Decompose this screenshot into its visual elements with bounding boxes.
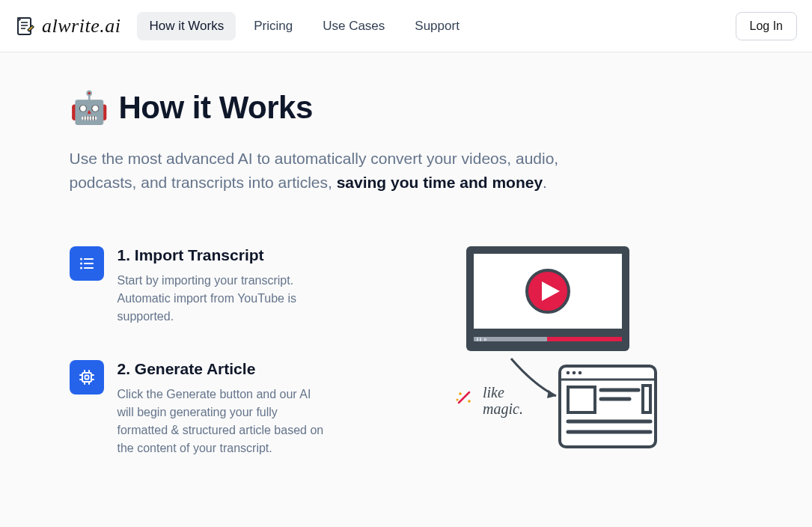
svg-rect-36 bbox=[560, 366, 656, 447]
logo[interactable]: alwrite.ai bbox=[15, 15, 120, 37]
header-left: alwrite.ai How it Works Pricing Use Case… bbox=[15, 12, 471, 40]
main-content: 🤖 How it Works Use the most advanced AI … bbox=[55, 52, 758, 527]
page-subtitle: Use the most advanced AI to automaticall… bbox=[70, 147, 608, 194]
svg-rect-29 bbox=[480, 338, 481, 341]
svg-point-35 bbox=[456, 399, 458, 401]
nav-how-it-works[interactable]: How it Works bbox=[137, 12, 236, 40]
illustration-caption-2: magic. bbox=[483, 400, 523, 418]
step-text: Start by importing your transcript. Auto… bbox=[117, 272, 324, 326]
svg-point-7 bbox=[80, 258, 82, 261]
step-generate-article: 2. Generate Article Click the Generate b… bbox=[70, 360, 324, 457]
svg-point-8 bbox=[80, 263, 82, 265]
svg-point-34 bbox=[468, 400, 471, 403]
page-title-row: 🤖 How it Works bbox=[70, 90, 743, 126]
svg-point-39 bbox=[572, 371, 576, 375]
nav-use-cases[interactable]: Use Cases bbox=[311, 12, 397, 40]
list-icon bbox=[70, 246, 104, 281]
svg-point-38 bbox=[566, 371, 570, 375]
svg-rect-0 bbox=[18, 18, 31, 34]
robot-icon: 🤖 bbox=[70, 92, 109, 124]
subtitle-strong: saving you time and money bbox=[337, 174, 543, 191]
cpu-icon bbox=[70, 360, 104, 395]
svg-rect-11 bbox=[85, 376, 88, 380]
step-text: Click the Generate button and our AI wil… bbox=[117, 386, 324, 457]
login-button[interactable]: Log In bbox=[736, 12, 797, 40]
step-body: 2. Generate Article Click the Generate b… bbox=[117, 360, 324, 457]
illustration-caption-1: like bbox=[483, 384, 504, 400]
svg-point-40 bbox=[578, 371, 581, 375]
subtitle-post: . bbox=[543, 174, 547, 191]
illustration: like magic. bbox=[354, 246, 743, 471]
content-row: 1. Import Transcript Start by importing … bbox=[70, 246, 743, 471]
svg-rect-28 bbox=[477, 338, 478, 341]
site-header: alwrite.ai How it Works Pricing Use Case… bbox=[0, 0, 812, 52]
svg-rect-10 bbox=[82, 373, 91, 382]
svg-point-9 bbox=[80, 267, 82, 269]
page-title: How it Works bbox=[119, 90, 313, 126]
steps-list: 1. Import Transcript Start by importing … bbox=[70, 246, 324, 457]
nav-pricing[interactable]: Pricing bbox=[242, 12, 305, 40]
svg-rect-27 bbox=[547, 337, 622, 341]
step-import-transcript: 1. Import Transcript Start by importing … bbox=[70, 246, 324, 326]
step-heading: 2. Generate Article bbox=[117, 360, 324, 378]
logo-text: alwrite.ai bbox=[42, 15, 120, 37]
main-nav: How it Works Pricing Use Cases Support bbox=[137, 12, 471, 40]
step-heading: 1. Import Transcript bbox=[117, 246, 324, 264]
nav-support[interactable]: Support bbox=[403, 12, 471, 40]
svg-point-33 bbox=[459, 392, 462, 395]
step-body: 1. Import Transcript Start by importing … bbox=[117, 246, 324, 326]
logo-icon bbox=[15, 16, 36, 37]
